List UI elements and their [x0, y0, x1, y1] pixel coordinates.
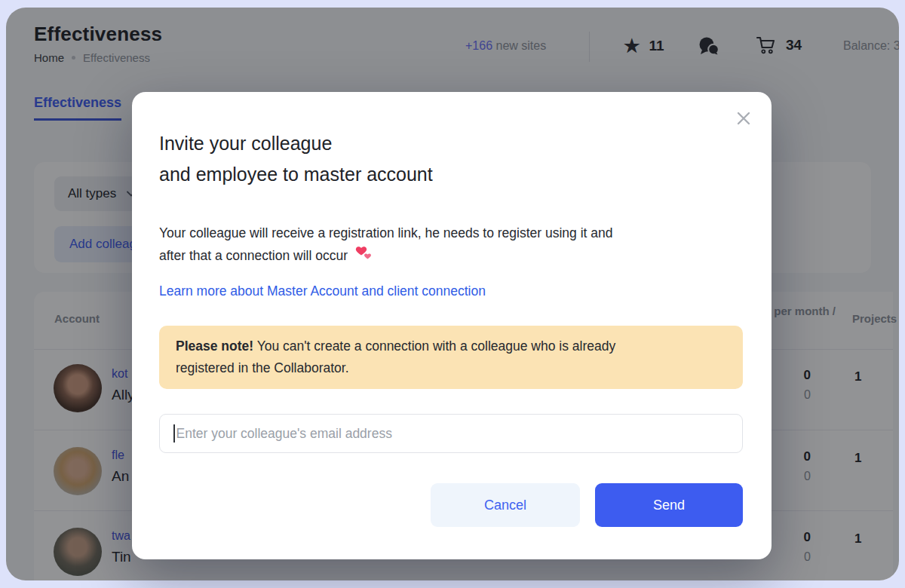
learn-more-link[interactable]: Learn more about Master Account and clie… [159, 283, 486, 299]
invite-colleague-modal: Invite your colleague and employee to ma… [132, 92, 772, 559]
modal-title: Invite your colleague and employee to ma… [159, 128, 433, 190]
close-icon[interactable] [735, 110, 752, 127]
cancel-button[interactable]: Cancel [431, 483, 580, 527]
note-bold: Please note! [176, 338, 253, 354]
text-caret [173, 424, 175, 443]
note-box: Please note! You can't create a connecti… [159, 326, 743, 389]
modal-actions: Cancel Send [431, 483, 743, 527]
email-input[interactable]: Enter your colleague's email address [159, 414, 743, 453]
email-placeholder: Enter your colleague's email address [176, 426, 392, 442]
send-button[interactable]: Send [595, 483, 743, 527]
modal-description: Your colleague will receive a registrati… [159, 222, 755, 267]
revolving-hearts-emoji [354, 246, 373, 262]
